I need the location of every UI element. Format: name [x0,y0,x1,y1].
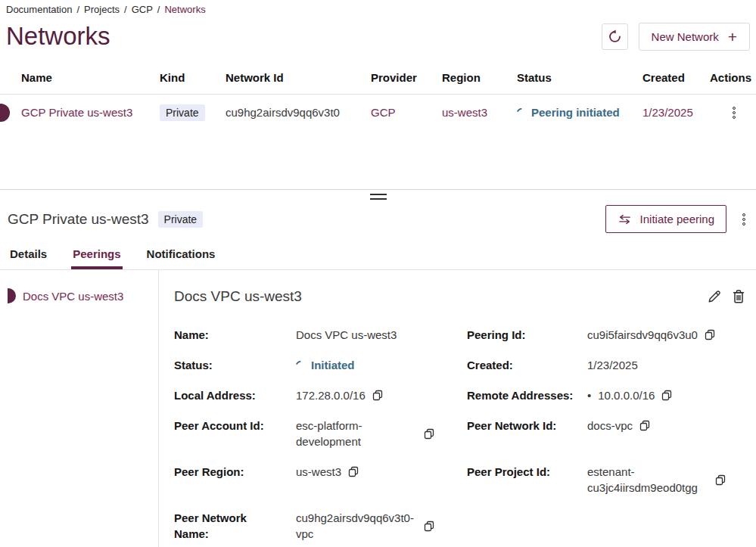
status-text: Peering initiated [531,106,620,119]
field-label-peer-network-name: Peer Network Name: [174,510,296,542]
field-value-peer-network-id: docs-vpc [587,418,633,434]
field-label-created: Created: [467,357,587,373]
network-id-cell: cu9hg2airsdv9qq6v3t0 [226,106,371,119]
refresh-button[interactable] [602,23,628,50]
field-label-local-address: Local Address: [174,387,296,403]
peering-detail: Docs VPC us-west3 Name: Docs VPC us-west… [159,270,756,547]
delete-peering-button[interactable] [732,289,745,304]
field-label-peer-account-id: Peer Account Id: [174,418,296,434]
spinner-icon [515,107,527,118]
network-name-link[interactable]: GCP Private us-west3 [21,106,132,119]
field-label-status: Status: [174,357,296,373]
detail-tabs: Details Peerings Notifications [0,243,756,270]
copy-icon[interactable] [424,521,434,532]
column-header-created: Created [642,64,710,94]
column-header-status: Status [517,64,642,94]
provider-cell: GCP [371,106,442,119]
pencil-icon [707,289,722,304]
field-label-remote-addresses: Remote Addresses: [467,387,587,403]
field-value-status: Initiated [311,357,355,373]
field-label-peer-network-id: Peer Network Id: [467,418,587,434]
column-header-name: Name [0,64,160,94]
peering-item-label: Docs VPC us-west3 [23,290,123,303]
column-header-kind: Kind [160,64,226,94]
field-value-created: 1/23/2025 [587,357,638,373]
breadcrumb-separator: / [76,4,79,15]
breadcrumb-gcp[interactable]: GCP [132,4,153,15]
new-network-button[interactable]: New Network + [639,23,750,51]
peerings-sidebar: Docs VPC us-west3 [0,270,159,547]
new-network-label: New Network [652,30,719,43]
region-cell: us-west3 [442,106,517,119]
copy-icon[interactable] [424,428,434,440]
field-label-name: Name: [174,327,296,343]
field-label-peering-id: Peering Id: [467,327,587,343]
copy-icon[interactable] [661,390,672,401]
row-actions-kebab-button[interactable] [730,104,739,122]
trash-icon [732,289,745,304]
column-header-actions: Actions [710,64,756,94]
plus-icon: + [728,29,737,45]
field-value-peering-id: cu9i5fairsdv9qq6v3u0 [587,327,698,343]
initiate-peering-label: Initiate peering [640,213,714,225]
column-header-provider: Provider [371,64,442,94]
copy-icon[interactable] [705,329,715,340]
copy-icon[interactable] [372,390,383,401]
copy-icon[interactable] [715,474,726,486]
breadcrumb: Documentation / Projects / GCP / Network… [0,0,756,15]
field-value-remote-addresses: 10.0.0.0/16 [598,387,655,403]
tab-details[interactable]: Details [8,243,48,269]
field-value-peer-project-id: estenant-cu3jc4iirsdm9eod0tgg [587,464,708,496]
status-cell: Peering initiated [517,106,642,119]
panel-title: GCP Private us-west3 [8,211,149,228]
field-value-name: Docs VPC us-west3 [296,327,397,343]
peering-detail-title: Docs VPC us-west3 [174,288,302,305]
breadcrumb-separator: / [124,4,127,15]
edit-peering-button[interactable] [707,289,722,304]
column-header-region: Region [442,64,517,94]
initiate-peering-button[interactable]: Initiate peering [605,205,726,233]
table-row[interactable]: GCP Private us-west3 Private cu9hg2airsd… [0,95,756,130]
breadcrumb-separator: / [157,4,160,15]
networks-page: Documentation / Projects / GCP / Network… [0,0,756,189]
field-value-peer-network-name: cu9hg2airsdv9qq6v3t0-vpc [296,510,417,542]
network-mark-icon [8,288,16,303]
kind-badge: Private [160,104,205,121]
field-label-peer-region: Peer Region: [174,464,296,480]
field-value-local-address: 172.28.0.0/16 [296,387,366,403]
tab-notifications[interactable]: Notifications [145,243,217,269]
breadcrumb-networks-current: Networks [164,4,205,15]
breadcrumb-documentation[interactable]: Documentation [6,4,72,15]
panel-kind-badge: Private [158,211,204,228]
network-mark-icon [0,104,10,122]
page-title: Networks [6,22,110,51]
peering-list-item[interactable]: Docs VPC us-west3 [8,288,158,303]
column-header-network-id: Network Id [226,64,371,94]
field-label-peer-project-id: Peer Project Id: [467,464,587,480]
spinner-icon [294,359,306,371]
network-detail-panel: GCP Private us-west3 Private Initiate pe… [0,189,756,547]
field-value-peer-account-id: esc-platform-development [296,418,417,449]
field-value-peer-region: us-west3 [296,464,341,480]
created-cell: 1/23/2025 [642,106,710,119]
bullet-icon: • [587,387,591,403]
networks-table: Name Kind Network Id Provider Region Sta… [0,64,756,130]
swap-arrows-icon [618,214,632,225]
copy-icon[interactable] [348,466,359,477]
refresh-icon [608,30,622,44]
panel-kebab-button[interactable] [739,210,748,228]
copy-icon[interactable] [639,420,650,431]
tab-peerings[interactable]: Peerings [71,243,122,269]
panel-drag-handle[interactable] [370,194,387,200]
table-header: Name Kind Network Id Provider Region Sta… [0,64,756,95]
breadcrumb-projects[interactable]: Projects [84,4,120,15]
